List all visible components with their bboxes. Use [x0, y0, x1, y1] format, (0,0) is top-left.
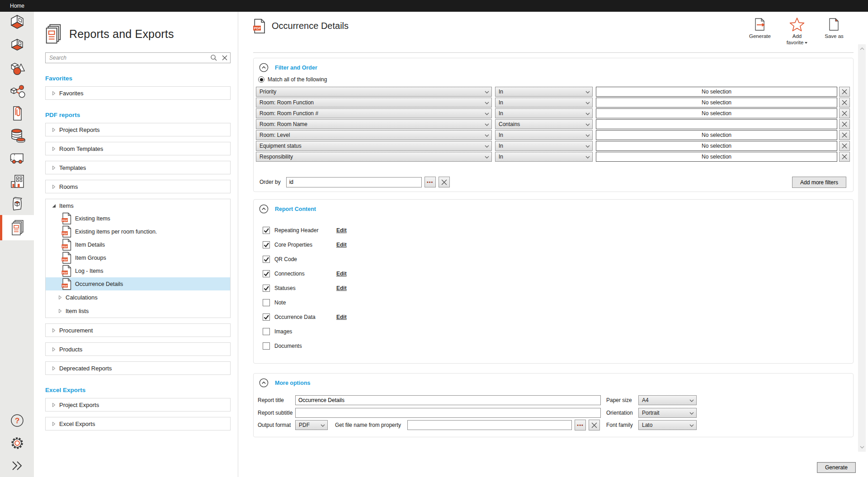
- report-subtitle-input[interactable]: [295, 408, 601, 418]
- edit-link[interactable]: Edit: [336, 227, 347, 234]
- filter-value-picker[interactable]: No selection: [596, 87, 837, 97]
- collapsed-expander-icon[interactable]: [50, 403, 57, 407]
- clear-filter-button[interactable]: [839, 87, 850, 97]
- output-format-select[interactable]: PDF: [295, 420, 328, 430]
- order-by-browse-button[interactable]: •••: [425, 177, 436, 187]
- group-row-favorites[interactable]: Favorites: [46, 87, 230, 99]
- group-row-deprecated-reports[interactable]: Deprecated Reports: [46, 362, 230, 374]
- group-row-room-templates[interactable]: Room Templates: [46, 142, 230, 155]
- add-favorite-button[interactable]: Add favorite: [783, 17, 811, 46]
- vertical-scrollbar[interactable]: [858, 44, 866, 452]
- get-file-name-input[interactable]: [407, 420, 572, 430]
- filter-field-select[interactable]: Room: Room Name: [256, 119, 492, 129]
- rail-procurement-icon[interactable]: [0, 147, 34, 170]
- group-row-rooms[interactable]: Rooms: [46, 180, 230, 193]
- clear-filter-button[interactable]: [839, 141, 850, 151]
- clear-search-icon[interactable]: [219, 55, 230, 61]
- favorite-dropdown-caret-icon[interactable]: [805, 42, 807, 44]
- filter-value-picker[interactable]: No selection: [596, 130, 837, 140]
- collapsed-expander-icon[interactable]: [50, 347, 57, 351]
- group-row-templates[interactable]: Templates: [46, 161, 230, 174]
- tree-item-item-details[interactable]: Item Details: [46, 238, 230, 251]
- collapsed-expander-icon[interactable]: [50, 166, 57, 170]
- home-menu[interactable]: Home: [0, 3, 31, 9]
- tree-item-occurrence-details[interactable]: Occurrence Details: [46, 277, 230, 290]
- collapsed-expander-icon[interactable]: [50, 366, 57, 370]
- rail-expand-icon[interactable]: [0, 454, 34, 477]
- clear-filter-button[interactable]: [839, 98, 850, 108]
- group-row-project-exports[interactable]: Project Exports: [46, 398, 230, 411]
- collapsed-expander-icon[interactable]: [50, 91, 57, 95]
- statuses-checkbox[interactable]: [263, 285, 270, 292]
- rail-room-icon[interactable]: [0, 12, 34, 34]
- occurrence-data-checkbox[interactable]: [263, 313, 270, 321]
- group-row-procurement[interactable]: Procurement: [46, 324, 230, 337]
- clear-filter-button[interactable]: [839, 119, 850, 129]
- filter-operator-select[interactable]: In: [495, 108, 593, 118]
- filter-value-input[interactable]: [596, 119, 837, 129]
- filter-operator-select[interactable]: Contains: [495, 119, 593, 129]
- rail-products-icon[interactable]: [0, 80, 34, 102]
- documents-checkbox[interactable]: [263, 342, 270, 350]
- report-title-input[interactable]: [295, 395, 601, 405]
- repeating-header-checkbox[interactable]: [263, 227, 270, 234]
- filter-field-select[interactable]: Responsibility: [256, 152, 492, 162]
- core-properties-checkbox[interactable]: [263, 241, 270, 248]
- tree-item-existing-items-per-room-function[interactable]: Existing items per room function.: [46, 225, 230, 238]
- filter-operator-select[interactable]: In: [495, 141, 593, 151]
- rail-reports-icon[interactable]: [0, 215, 34, 240]
- filter-value-picker[interactable]: No selection: [596, 152, 837, 162]
- collapse-content-section-icon[interactable]: [259, 204, 269, 214]
- group-row-project-reports[interactable]: Project Reports: [46, 123, 230, 136]
- file-name-clear-button[interactable]: [589, 420, 600, 430]
- edit-link[interactable]: Edit: [336, 314, 347, 320]
- filter-field-select[interactable]: Room: Room Function: [256, 98, 492, 108]
- collapsed-expander-icon[interactable]: [50, 147, 57, 151]
- rail-items-icon[interactable]: [0, 57, 34, 80]
- rail-buildings-icon[interactable]: [0, 170, 34, 192]
- collapsed-expander-icon[interactable]: [50, 422, 57, 426]
- filter-field-select[interactable]: Equipment status: [256, 141, 492, 151]
- group-row-calculations[interactable]: Calculations: [46, 290, 230, 304]
- collapsed-expander-icon[interactable]: [50, 328, 57, 332]
- collapsed-expander-icon[interactable]: [50, 185, 57, 189]
- generate-report-button[interactable]: Generate: [817, 462, 856, 473]
- paper-size-select[interactable]: A4: [638, 395, 697, 405]
- order-by-input[interactable]: [286, 177, 422, 187]
- font-family-select[interactable]: Lato: [638, 420, 697, 430]
- filter-value-picker[interactable]: No selection: [596, 108, 837, 118]
- connections-checkbox[interactable]: [263, 270, 270, 277]
- match-all-radio[interactable]: Match all of the following: [258, 76, 327, 83]
- filter-value-picker[interactable]: No selection: [596, 141, 837, 151]
- group-row-products[interactable]: Products: [46, 343, 230, 355]
- qr-code-checkbox[interactable]: [263, 256, 270, 263]
- filter-field-select[interactable]: Room: Room Function #: [256, 108, 492, 118]
- filter-field-select[interactable]: Room: Level: [256, 130, 492, 140]
- note-checkbox[interactable]: [263, 299, 270, 306]
- filter-operator-select[interactable]: In: [495, 87, 593, 97]
- scroll-down-icon[interactable]: [858, 444, 866, 451]
- collapsed-expander-icon[interactable]: [50, 128, 57, 132]
- filter-operator-select[interactable]: In: [495, 98, 593, 108]
- collapsed-expander-icon[interactable]: [57, 309, 64, 313]
- rail-settings-icon[interactable]: [0, 432, 34, 454]
- group-row-items[interactable]: Items: [46, 199, 230, 212]
- group-row-excel-exports[interactable]: Excel Exports: [46, 417, 230, 430]
- edit-link[interactable]: Edit: [336, 285, 347, 291]
- rail-data-icon[interactable]: [0, 125, 34, 147]
- images-checkbox[interactable]: [263, 328, 270, 335]
- clear-filter-button[interactable]: [839, 130, 850, 140]
- search-input[interactable]: [46, 55, 208, 61]
- edit-link[interactable]: Edit: [336, 271, 347, 277]
- filter-field-select[interactable]: Priority: [256, 87, 492, 97]
- rail-room-function-icon[interactable]: [0, 34, 34, 57]
- tree-item-existing-items[interactable]: Existing Items: [46, 212, 230, 225]
- filter-operator-select[interactable]: In: [495, 152, 593, 162]
- clear-filter-button[interactable]: [839, 152, 850, 162]
- add-more-filters-button[interactable]: Add more filters: [792, 177, 846, 188]
- order-by-clear-button[interactable]: [439, 177, 450, 187]
- clear-filter-button[interactable]: [839, 108, 850, 118]
- orientation-select[interactable]: Portrait: [638, 408, 697, 418]
- generate-toolbar-button[interactable]: Generate: [746, 17, 774, 46]
- collapsed-expander-icon[interactable]: [57, 295, 64, 299]
